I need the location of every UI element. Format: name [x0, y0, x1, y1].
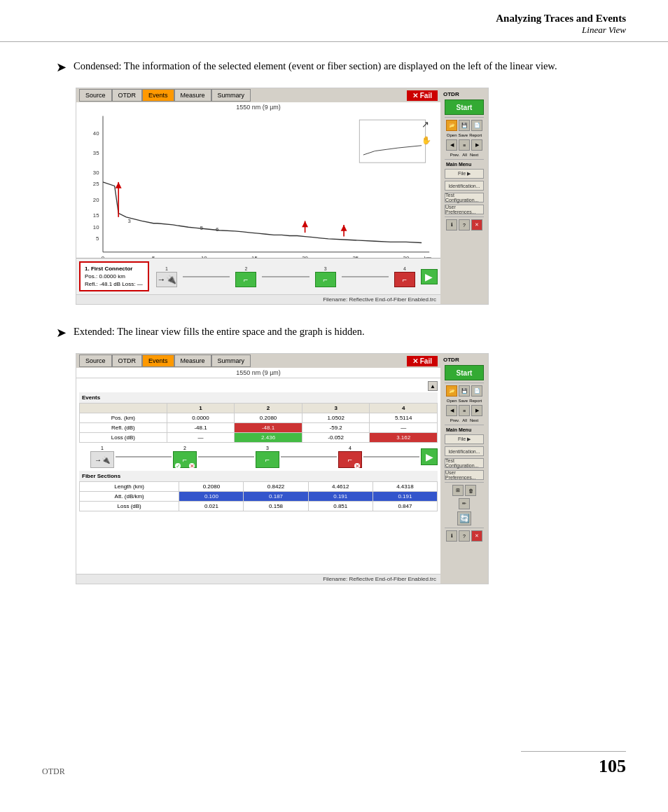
all-icon-1[interactable]: ≡: [459, 139, 470, 151]
tab-measure-2[interactable]: Measure: [174, 355, 211, 367]
help-icon-2[interactable]: ?: [459, 530, 470, 542]
events-table: 1 2 3 4 Pos. (km) 0.0000 0.2080 1.0502 5: [79, 403, 438, 443]
ev-icon-2-ext[interactable]: ⌐ ✓ ✕: [173, 451, 197, 468]
divider-s2: [445, 159, 484, 160]
save-icon-2[interactable]: 💾: [459, 385, 470, 397]
start-button-1[interactable]: Start: [445, 99, 484, 115]
tab-measure-1[interactable]: Measure: [174, 89, 211, 102]
loss2-3: 0.851: [308, 502, 373, 511]
open-icon-1[interactable]: 📂: [446, 120, 457, 131]
tab-otdr-1[interactable]: OTDR: [112, 89, 143, 102]
scroll-up-btn[interactable]: ▲: [428, 381, 438, 391]
ev-icon-1-ext[interactable]: →🔌: [90, 451, 114, 468]
col-header-1: 1: [167, 404, 235, 413]
loss-2: 2.436: [235, 433, 302, 443]
icon-row-3: 📂 💾 📄: [446, 385, 482, 397]
length-2: 0.8422: [244, 482, 308, 492]
edit-icon-2[interactable]: ✏: [459, 498, 470, 509]
refl-1: -48.1: [167, 423, 235, 433]
loss-row: Loss (dB) — 2.436 -0.052 3.162: [80, 433, 438, 443]
pos-3: 1.0502: [302, 413, 370, 423]
fail-badge-2: ✕ Fail: [407, 356, 438, 366]
scroll-controls: ▲: [79, 381, 438, 391]
report-icon-1[interactable]: 📄: [471, 120, 482, 131]
svg-text:✋: ✋: [422, 135, 431, 145]
tab-summary-2[interactable]: Summary: [211, 355, 251, 367]
menu-test-config-1[interactable]: Test Configuration...: [445, 193, 484, 202]
delete-icon-2[interactable]: 🗑: [465, 485, 476, 496]
end-arrow-icon[interactable]: ▶: [421, 269, 438, 284]
info-icon-1[interactable]: ℹ: [446, 219, 457, 230]
event-icon-4[interactable]: ⌐: [394, 272, 415, 287]
att-2: 0.187: [244, 492, 308, 502]
tab-events-2[interactable]: Events: [142, 355, 174, 367]
page-number: 105: [599, 756, 626, 777]
ev-icon-4-ext[interactable]: ⌐ ✕: [338, 451, 362, 468]
pos-1: 0.0000: [167, 413, 235, 423]
report-icon-2[interactable]: 📄: [471, 385, 482, 397]
next-icon-2[interactable]: ▶: [471, 405, 482, 416]
event-icon-2[interactable]: ⌐: [235, 272, 256, 287]
extended-content: ▲ Events 1 2 3 4: [76, 378, 440, 574]
menu-user-prefs-1[interactable]: User Preferences...: [445, 205, 484, 214]
next-icon-1[interactable]: ▶: [471, 139, 482, 151]
all-icon-2[interactable]: ≡: [459, 405, 470, 416]
event-refl: Refl.: -48.1 dB Loss: —: [85, 280, 144, 288]
tab-summary-1[interactable]: Summary: [211, 89, 251, 102]
svg-text:5: 5: [96, 235, 99, 242]
refresh-icon-2[interactable]: 🔄: [457, 511, 471, 525]
end-arrow-2[interactable]: ▶: [421, 448, 438, 465]
length-row: Length (km) 0.2080 0.8422 4.4612 4.4318: [80, 482, 438, 492]
footer-content: OTDR 105: [0, 756, 668, 777]
footer-left: OTDR: [42, 766, 65, 777]
length-label: Length (km): [80, 482, 179, 492]
svg-text:5: 5: [152, 255, 155, 258]
svg-marker-21: [302, 221, 308, 227]
menu-file-1[interactable]: File ▶: [445, 169, 484, 179]
event-pos: Pos.: 0.0000 km: [85, 273, 144, 280]
close-icon-1[interactable]: ✕: [471, 219, 482, 230]
ev-icon-3-ext[interactable]: ⌐: [256, 451, 279, 468]
svg-text:3: 3: [128, 218, 131, 224]
help-icon-1[interactable]: ?: [459, 219, 470, 230]
prev-icon-1[interactable]: ◀: [446, 139, 457, 151]
svg-text:20: 20: [302, 255, 308, 258]
filename-bar-1: Filename: Reflective End-of-Fiber Enable…: [76, 294, 440, 304]
line-3: [281, 456, 337, 457]
events-section-label: Events: [79, 392, 438, 403]
refl-4: —: [370, 423, 438, 433]
connector-line-1: [183, 276, 230, 277]
icon-row-1: 📂 💾 📄: [446, 120, 482, 131]
svg-text:15: 15: [93, 212, 99, 219]
start-button-2[interactable]: Start: [445, 365, 484, 380]
menu-identification-2[interactable]: Identification...: [445, 446, 484, 456]
svg-text:0: 0: [102, 255, 105, 258]
tab-events-1[interactable]: Events: [142, 89, 174, 102]
footer-container: OTDR 105: [0, 751, 668, 777]
screenshot-extended: Source OTDR Events Measure Summary ✕ Fai…: [76, 353, 489, 584]
tab-otdr-2[interactable]: OTDR: [112, 355, 143, 367]
col-header-3: 3: [302, 404, 370, 413]
tab-source-1[interactable]: Source: [79, 89, 112, 102]
svg-text:15: 15: [251, 255, 258, 258]
bullet-text-1: Condensed: The information of the select…: [74, 59, 557, 74]
open-icon-2[interactable]: 📂: [446, 385, 457, 397]
divider-s5: [445, 425, 484, 425]
otdr-main-1: Source OTDR Events Measure Summary ✕ Fai…: [76, 88, 440, 304]
pos-label: Pos. (km): [80, 413, 167, 423]
footer-divider: [521, 751, 626, 752]
menu-file-2[interactable]: File ▶: [445, 434, 484, 444]
menu-user-prefs-2[interactable]: User Preferences...: [445, 470, 484, 480]
table-icon-2[interactable]: ⊞: [452, 485, 464, 496]
menu-identification-1[interactable]: Identification...: [445, 181, 484, 191]
event-icon-1[interactable]: →🔌: [156, 272, 177, 287]
tab-source-2[interactable]: Source: [79, 355, 112, 367]
divider-s7: [445, 528, 484, 528]
menu-test-config-2[interactable]: Test Configuration...: [445, 458, 484, 468]
close-icon-2[interactable]: ✕: [471, 530, 482, 542]
tabs-bar-1: Source OTDR Events Measure Summary ✕ Fai…: [76, 88, 440, 102]
info-icon-2[interactable]: ℹ: [446, 530, 457, 542]
event-icon-3[interactable]: ⌐: [315, 272, 336, 287]
save-icon-1[interactable]: 💾: [459, 120, 470, 131]
prev-icon-2[interactable]: ◀: [446, 405, 457, 416]
